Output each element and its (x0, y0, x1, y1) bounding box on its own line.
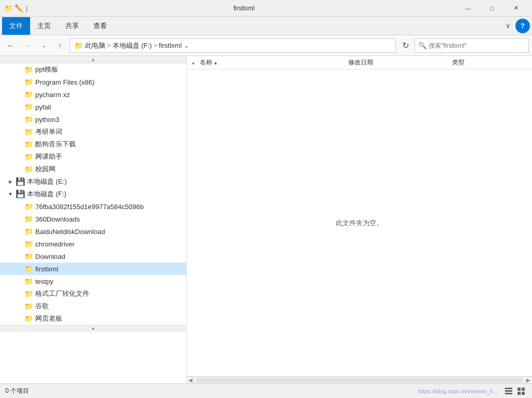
sidebar-label-pycharm: pycharm xz (35, 91, 70, 99)
sidebar-item-python3[interactable]: ▶ 📁 python3 (0, 113, 186, 126)
sidebar-item-hash76[interactable]: ▶ 📁 76fba3082f155d1e9977a584c5096b (0, 200, 186, 213)
folder-icon-hash76: 📁 (24, 202, 33, 211)
sidebar-label-baidu: BaiduNetdiskDownload (35, 228, 105, 236)
svg-rect-1 (505, 390, 512, 392)
window-title: firstlxml (32, 5, 456, 12)
ribbon: 文件 主页 共享 查看 ∨ ? (0, 17, 532, 35)
ribbon-expand-button[interactable]: ∨ (501, 19, 515, 33)
forward-button[interactable]: → (20, 38, 34, 53)
sidebar-item-pyfall[interactable]: ▶ 📁 pyfall (0, 101, 186, 113)
sidebar-label-pyfall: pyfall (35, 103, 51, 111)
sidebar-label-wangye: 网页老板 (35, 314, 62, 323)
sidebar-item-baidunetdisk[interactable]: ▶ 📁 BaiduNetdiskDownload (0, 225, 186, 238)
folder-icon-kugou: 📁 (24, 140, 33, 149)
sidebar-label-testpy: testpy (35, 278, 53, 285)
sidebar-item-wangye[interactable]: ▶ 📁 网页老板 (0, 312, 186, 325)
sidebar-label-guge: 谷歌 (35, 301, 49, 311)
maximize-button[interactable]: □ (480, 0, 504, 17)
col-type-label: 类型 (452, 58, 465, 67)
drive-icon-E: 💾 (16, 177, 25, 186)
path-pc[interactable]: 此电脑 (85, 41, 105, 50)
col-header-date[interactable]: 修改日期 (346, 58, 450, 67)
sidebar-item-download[interactable]: ▶ 📁 Download (0, 250, 186, 263)
tab-view[interactable]: 查看 (86, 17, 114, 35)
col-header-name[interactable]: 名称 ▲ (198, 58, 346, 67)
path-dropdown-arrow[interactable]: ⌄ (184, 42, 189, 49)
folder-icon-testpy: 📁 (24, 277, 33, 286)
sidebar-label-pf86: Program Files (x86) (35, 78, 94, 86)
sidebar-label-geshi: 格式工厂转化文件 (35, 289, 89, 298)
folder-icon-chrome: 📁 (24, 239, 33, 249)
path-sep-1: > (107, 42, 111, 49)
sidebar-item-kaoyancidan[interactable]: ▶ 📁 考研单词 (0, 126, 186, 138)
details-view-icon (504, 387, 513, 395)
view-tiles-button[interactable] (515, 386, 527, 397)
sidebar-label-python3: python3 (35, 116, 59, 123)
sidebar-item-wangkeshou[interactable]: ▶ 📁 网课助手 (0, 150, 186, 163)
sidebar-item-driveF[interactable]: ▼ 💾 本地磁盘 (F:) (0, 188, 186, 200)
sidebar-label-hash76: 76fba3082f155d1e9977a584c5096b (35, 203, 144, 211)
sidebar-item-ppt[interactable]: ▶ 📁 ppt模板 (0, 63, 186, 76)
tab-home[interactable]: 主页 (30, 17, 58, 35)
close-button[interactable]: ✕ (504, 0, 528, 17)
refresh-button[interactable]: ↻ (398, 38, 413, 53)
status-bar: 0 个项目 https://blog.csdn.net/weixin_5... (0, 383, 532, 398)
scroll-down-indicator: ▼ (0, 325, 186, 332)
back-button[interactable]: ← (3, 38, 18, 53)
folder-icon-wangye: 📁 (24, 314, 33, 323)
sidebar-label-kugou: 酷狗音乐下载 (35, 140, 76, 149)
watermark-text: https://blog.csdn.net/weixin_5... (418, 388, 498, 394)
path-current: firstlxml (159, 42, 182, 49)
hscroll-right-btn[interactable]: ▶ (525, 377, 532, 384)
expand-arrow-driveE: ▶ (6, 177, 15, 186)
sidebar-item-firstlxml[interactable]: ▶ 📁 firstlxml (0, 263, 186, 275)
col-header-type[interactable]: 类型 (450, 58, 528, 67)
sidebar[interactable]: ▲ ▶ 📁 ppt模板 ▶ 📁 Program Files (x86) ▶ 📁 … (0, 56, 187, 383)
search-input[interactable] (429, 42, 525, 49)
tab-file[interactable]: 文件 (2, 17, 30, 35)
file-column-header: ▲ 名称 ▲ 修改日期 类型 (187, 56, 532, 70)
folder-icon-python3: 📁 (24, 115, 33, 124)
view-details-button[interactable] (503, 386, 514, 397)
scroll-up-indicator: ▲ (0, 56, 186, 63)
sidebar-label-firstlxml: firstlxml (35, 265, 58, 273)
svg-rect-2 (505, 393, 512, 394)
search-box[interactable]: 🔍 (415, 38, 529, 53)
svg-rect-5 (517, 392, 521, 395)
sidebar-item-kugou[interactable]: ▶ 📁 酷狗音乐下载 (0, 138, 186, 150)
path-drive-f[interactable]: 本地磁盘 (F:) (113, 41, 152, 50)
minimize-button[interactable]: — (456, 0, 480, 17)
sidebar-item-360downloads[interactable]: ▶ 📁 360Downloads (0, 213, 186, 225)
sidebar-item-xiaoyuanwang[interactable]: ▶ 📁 校园网 (0, 163, 186, 175)
sidebar-item-guge[interactable]: ▶ 📁 谷歌 (0, 300, 186, 312)
folder-icon-guge: 📁 (24, 301, 33, 311)
sidebar-item-programfiles86[interactable]: ▶ 📁 Program Files (x86) (0, 76, 186, 88)
sidebar-label-wangkeshou: 网课助手 (35, 152, 62, 161)
up-button[interactable]: ↑ (53, 38, 67, 53)
sidebar-item-testpy[interactable]: ▶ 📁 testpy (0, 275, 186, 287)
svg-rect-4 (522, 388, 525, 391)
sidebar-item-geshigongchang[interactable]: ▶ 📁 格式工厂转化文件 (0, 287, 186, 300)
help-button[interactable]: ? (515, 19, 530, 33)
sidebar-label-360: 360Downloads (35, 215, 80, 223)
address-path[interactable]: 📁 此电脑 > 本地磁盘 (F:) > firstlxml ⌄ (70, 38, 396, 53)
sidebar-item-pycharmxz[interactable]: ▶ 📁 pycharm xz (0, 88, 186, 101)
svg-rect-0 (505, 388, 512, 389)
tab-share[interactable]: 共享 (58, 17, 86, 35)
col-sort-arrow-name: ▲ (213, 60, 218, 65)
sidebar-label-xiaoyuanwang: 校园网 (35, 164, 56, 174)
file-horizontal-scrollbar[interactable]: ◀ ▶ (187, 376, 532, 383)
drive-icon-F: 💾 (16, 189, 25, 199)
col-date-label: 修改日期 (348, 58, 373, 67)
main-content: ▲ ▶ 📁 ppt模板 ▶ 📁 Program Files (x86) ▶ 📁 … (0, 56, 532, 383)
folder-icon: 📁 (4, 4, 12, 12)
folder-icon-pycharm: 📁 (24, 90, 33, 99)
sidebar-item-driveE[interactable]: ▶ 💾 本地磁盘 (E:) (0, 175, 186, 188)
path-folder-icon: 📁 (74, 42, 83, 50)
dropdown-history-button[interactable]: ⌄ (36, 38, 51, 53)
hscroll-left-btn[interactable]: ◀ (187, 377, 194, 384)
sidebar-item-chromedriver[interactable]: ▶ 📁 chromedriver (0, 238, 186, 250)
hscroll-track[interactable] (196, 378, 523, 382)
empty-folder-text: 此文件夹为空。 (336, 218, 383, 228)
sidebar-label-chrome: chromedriver (35, 240, 75, 248)
